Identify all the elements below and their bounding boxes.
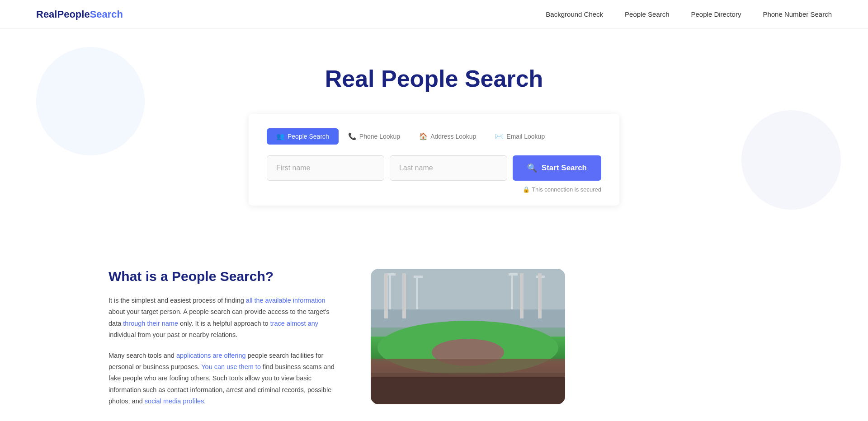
last-name-input[interactable] [390, 155, 507, 181]
tab-phone-lookup[interactable]: 📞 Phone Lookup [339, 128, 410, 145]
navbar: RealPeopleSearch Background Check People… [0, 0, 868, 29]
first-name-input[interactable] [267, 155, 384, 181]
stadium-image [371, 269, 565, 404]
tab-phone-lookup-label: Phone Lookup [359, 133, 400, 140]
tab-people-search-label: People Search [288, 133, 329, 140]
tab-address-lookup-label: Address Lookup [430, 133, 476, 140]
people-icon: 👥 [276, 132, 285, 140]
phone-icon: 📞 [348, 132, 357, 140]
highlight-link-1[interactable]: all the available information [246, 297, 326, 304]
secure-note: 🔒 This connection is secured [267, 186, 601, 193]
logo[interactable]: RealPeopleSearch [36, 9, 123, 20]
content-para-1: It is the simplest and easiest process o… [108, 295, 335, 341]
home-icon: 🏠 [419, 132, 428, 140]
nav-people-search[interactable]: People Search [625, 10, 669, 18]
tab-people-search[interactable]: 👥 People Search [267, 128, 339, 145]
hero-title: Real People Search [325, 65, 543, 92]
hero-section: Real People Search 👥 People Search 📞 Pho… [0, 29, 868, 242]
stadium-bg [371, 269, 565, 404]
search-row: 🔍 Start Search [267, 155, 601, 181]
search-card: 👥 People Search 📞 Phone Lookup 🏠 Address… [249, 114, 619, 206]
secure-label: This connection is secured [532, 186, 601, 193]
svg-rect-8 [416, 276, 418, 309]
logo-real: Real [36, 9, 57, 20]
decorative-circle-right [741, 110, 841, 210]
svg-rect-11 [509, 273, 518, 276]
tab-email-lookup-label: Email Lookup [506, 133, 545, 140]
highlight-link-2[interactable]: through their name [123, 320, 178, 327]
search-tabs: 👥 People Search 📞 Phone Lookup 🏠 Address… [267, 128, 601, 145]
svg-rect-6 [389, 273, 391, 309]
tab-email-lookup[interactable]: ✉️ Email Lookup [486, 128, 554, 145]
content-title: What is a People Search? [108, 269, 335, 284]
nav-phone-number-search[interactable]: Phone Number Search [763, 10, 832, 18]
svg-rect-10 [511, 273, 513, 309]
start-search-button[interactable]: 🔍 Start Search [513, 155, 601, 181]
content-text: What is a People Search? It is the simpl… [108, 269, 335, 416]
highlight-link-3[interactable]: trace almost any [270, 320, 318, 327]
highlight-link-6[interactable]: social media profiles [145, 398, 204, 405]
logo-people: People [57, 9, 90, 20]
email-icon: ✉️ [495, 132, 504, 140]
svg-rect-12 [538, 276, 540, 309]
search-button-label: Start Search [542, 164, 587, 173]
logo-search: Search [90, 9, 123, 20]
stadium-svg [371, 269, 565, 404]
nav-background-check[interactable]: Background Check [546, 10, 603, 18]
highlight-link-5[interactable]: You can use them to [201, 363, 261, 370]
svg-rect-7 [387, 273, 396, 276]
tab-address-lookup[interactable]: 🏠 Address Lookup [410, 128, 486, 145]
nav-links: Background Check People Search People Di… [546, 10, 832, 18]
svg-rect-9 [414, 276, 423, 278]
nav-people-directory[interactable]: People Directory [691, 10, 741, 18]
highlight-link-4[interactable]: applications are offering [176, 352, 246, 359]
svg-rect-14 [371, 377, 565, 404]
content-para-2: Many search tools and applications are o… [108, 350, 335, 407]
decorative-circle-left [36, 47, 145, 155]
search-icon: 🔍 [527, 163, 537, 173]
content-section: What is a People Search? It is the simpl… [0, 242, 868, 421]
svg-rect-13 [536, 276, 545, 278]
lock-icon: 🔒 [523, 186, 530, 193]
